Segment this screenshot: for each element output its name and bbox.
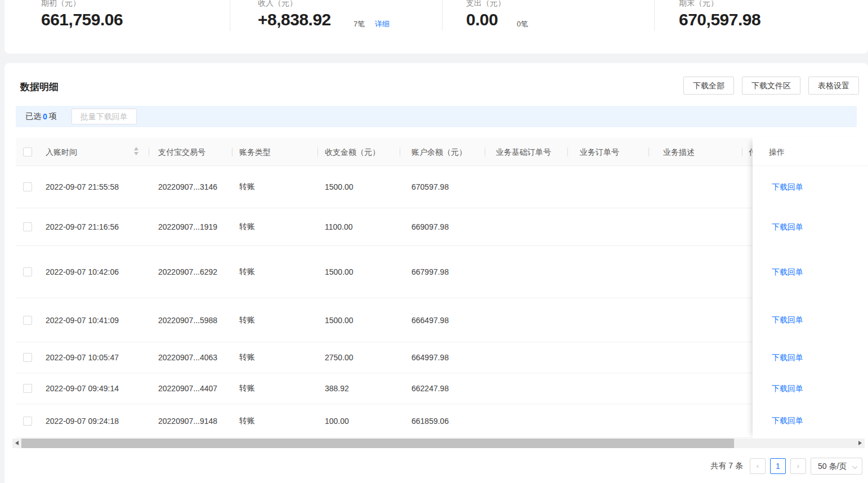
next-page-button[interactable]: ›	[790, 458, 806, 474]
sort-icon[interactable]	[134, 146, 139, 158]
batch-download-button[interactable]: 批量下载回单	[71, 109, 137, 124]
cell-balance: 662247.98	[411, 384, 449, 393]
col-header-amount: 收支金额（元）	[325, 138, 380, 166]
col-header-balance: 账户余额（元）	[411, 138, 467, 166]
action-cell: 下载回单	[753, 342, 868, 373]
row-checkbox[interactable]	[23, 267, 32, 276]
cell-txn-id: 20220907...9148	[158, 417, 217, 426]
horizontal-scrollbar[interactable]	[12, 439, 865, 448]
download-receipt-link[interactable]: 下载回单	[772, 222, 803, 232]
stat-label: 期初（元）	[41, 0, 80, 8]
table-row: 2022-09-07 09:24:18 20220907...9148 转账 1…	[16, 404, 753, 438]
cell-amount: 1100.00	[325, 222, 353, 231]
sort-asc-icon	[134, 147, 138, 150]
divider	[742, 147, 742, 156]
selection-bar: 已选 0 项 批量下载回单	[16, 106, 857, 127]
page-title: 数据明细	[20, 80, 59, 93]
cell-time: 2022-09-07 09:24:18	[46, 417, 119, 426]
divider	[567, 147, 568, 156]
stat-value: 661,759.06	[41, 10, 123, 29]
scroll-left-arrow-icon[interactable]	[15, 441, 19, 445]
table-row: 2022-09-07 10:05:47 20220907...4063 转账 2…	[16, 342, 753, 373]
cell-time: 2022-09-07 21:55:58	[46, 182, 119, 191]
download-receipt-link[interactable]: 下载回单	[772, 416, 803, 426]
cell-time: 2022-09-07 09:49:14	[46, 384, 119, 393]
cell-time: 2022-09-07 10:05:47	[46, 353, 119, 362]
chevron-down-icon	[852, 464, 857, 469]
col-header-base-order: 业务基础订单号	[496, 138, 551, 166]
download-files-button[interactable]: 下载文件区	[742, 77, 800, 95]
col-header-actions: 操作	[753, 138, 868, 166]
cell-txn-id: 20220907...4407	[158, 384, 217, 393]
cell-amount: 1500.00	[325, 316, 354, 325]
scrollbar-thumb[interactable]	[21, 439, 734, 448]
table-row: 2022-09-07 10:42:06 20220907...6292 转账 1…	[16, 246, 753, 298]
row-checkbox[interactable]	[23, 384, 32, 393]
selected-prefix: 已选	[25, 111, 41, 122]
divider	[485, 147, 485, 156]
download-all-button[interactable]: 下载全部	[683, 77, 734, 95]
row-checkbox[interactable]	[23, 353, 32, 362]
cell-balance: 670597.98	[411, 182, 449, 191]
scroll-right-arrow-icon[interactable]	[858, 441, 862, 445]
selected-suffix: 项	[49, 111, 57, 122]
col-header-type: 账务类型	[239, 138, 271, 166]
row-checkbox[interactable]	[23, 417, 32, 426]
action-cell: 下载回单	[753, 404, 868, 438]
action-cell: 下载回单	[753, 373, 868, 404]
toolbar: 下载全部 下载文件区 表格设置	[683, 77, 859, 95]
table-settings-button[interactable]: 表格设置	[808, 77, 859, 95]
select-all-checkbox[interactable]	[23, 147, 32, 156]
table-row: 2022-09-07 10:41:09 20220907...5988 转账 1…	[16, 298, 753, 342]
divider	[232, 147, 232, 156]
row-checkbox[interactable]	[23, 222, 32, 231]
cell-amount: 1500.00	[325, 182, 354, 191]
stat-value: 0.00	[466, 10, 498, 29]
page-size-select[interactable]: 50 条/页	[811, 458, 862, 475]
download-receipt-link[interactable]: 下载回单	[772, 353, 803, 363]
cell-amount: 388.92	[325, 384, 349, 393]
divider	[230, 0, 230, 31]
stat-label: 支出（元）	[466, 0, 505, 8]
cell-amount: 2750.00	[325, 353, 354, 362]
fixed-actions-column: 操作 下载回单 下载回单 下载回单 下载回单 下载回单 下载回单 下载回单	[753, 138, 868, 439]
cell-balance: 661859.06	[411, 417, 449, 426]
download-receipt-link[interactable]: 下载回单	[772, 267, 803, 278]
download-receipt-link[interactable]: 下载回单	[772, 182, 803, 193]
cell-type: 转账	[239, 267, 255, 277]
table-header: 入账时间 支付宝交易号 账务类型 收支金额（元） 账户余额（元） 业务基础订单号…	[16, 138, 753, 166]
cell-balance: 666497.98	[411, 316, 449, 325]
stat-value: 670,597.98	[679, 10, 760, 29]
divider	[400, 147, 400, 156]
download-receipt-link[interactable]: 下载回单	[772, 315, 803, 325]
col-header-biz-desc: 业务描述	[663, 138, 695, 166]
cell-type: 转账	[239, 315, 255, 325]
page-number-button[interactable]: 1	[770, 458, 786, 474]
income-detail-link[interactable]: 详细	[375, 19, 390, 29]
cell-amount: 1500.00	[325, 267, 354, 276]
row-checkbox[interactable]	[23, 316, 32, 325]
cell-balance: 667997.98	[411, 267, 449, 276]
cell-type: 转账	[239, 222, 255, 232]
cell-type: 转账	[239, 383, 255, 393]
cell-txn-id: 20220907...3146	[158, 182, 217, 191]
cell-balance: 669097.98	[411, 222, 449, 231]
divider	[442, 0, 442, 31]
row-checkbox[interactable]	[23, 182, 32, 191]
divider	[654, 0, 655, 31]
action-cell: 下载回单	[753, 298, 868, 342]
action-cell: 下载回单	[753, 246, 868, 298]
stat-count: 7笔	[354, 19, 365, 29]
stat-value: +8,838.92	[258, 10, 331, 29]
download-receipt-link[interactable]: 下载回单	[772, 384, 803, 394]
cell-txn-id: 20220907...5988	[158, 316, 217, 325]
divider	[648, 147, 649, 156]
total-count-label: 共有 7 条	[710, 461, 743, 471]
cell-time: 2022-09-07 10:42:06	[46, 267, 119, 276]
table-row: 2022-09-07 21:16:56 20220907...1919 转账 1…	[16, 208, 753, 246]
cell-txn-id: 20220907...1919	[158, 222, 217, 231]
table-body: 2022-09-07 21:55:58 20220907...3146 转账 1…	[16, 166, 753, 438]
prev-page-button[interactable]: ‹	[750, 458, 766, 474]
page-size-value: 50 条/页	[818, 462, 847, 471]
cell-balance: 664997.98	[411, 353, 449, 362]
